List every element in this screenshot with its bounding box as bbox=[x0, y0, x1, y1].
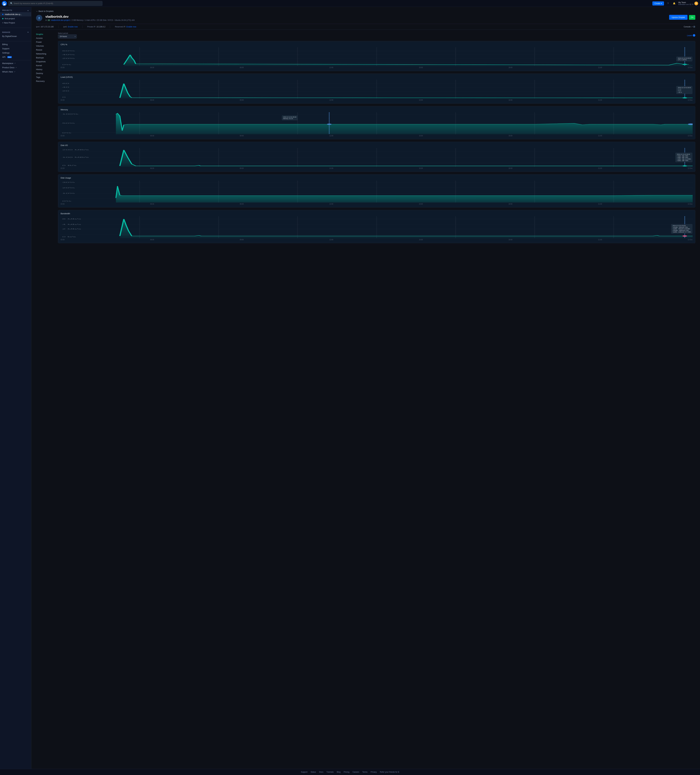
console-button[interactable]: Console ↗ ? bbox=[684, 26, 695, 28]
sidebar-item-product-docs[interactable]: Product Docs ↗ bbox=[0, 65, 31, 70]
disk-usage-time-axis: 03:0006:0009:0012:0015:0018:0021:0013 De… bbox=[61, 203, 693, 205]
svg-text:0%: 0% bbox=[62, 132, 71, 134]
svg-text:10%: 10% bbox=[62, 192, 75, 194]
content-area: ← Back to Droplets vladbortnik.dev in bbox=[31, 7, 700, 769]
svg-point-21 bbox=[682, 64, 687, 65]
nav-recovery[interactable]: Recovery bbox=[36, 79, 53, 83]
droplet-info: vladbortnik.dev in vladbortnik.dev-proje… bbox=[45, 15, 135, 21]
nav-resize[interactable]: Resize bbox=[36, 48, 53, 52]
svg-marker-70 bbox=[120, 150, 693, 167]
nav-tags[interactable]: Tags bbox=[36, 75, 53, 79]
sidebar-item-support[interactable]: Support bbox=[0, 47, 31, 51]
project-link[interactable]: vladbortnik.dev-project bbox=[51, 19, 70, 21]
logo[interactable] bbox=[2, 1, 7, 6]
marketplace-ext-icon: ↗ bbox=[14, 62, 15, 64]
period-wrapper[interactable]: 1 hour 6 hours 24 hours 7 days 30 days bbox=[58, 35, 77, 38]
projects-section: PROJECTS ▲ vladbortnik.dev-p... first-pr… bbox=[0, 7, 31, 27]
on-toggle-button[interactable]: On bbox=[689, 15, 695, 20]
svg-text:0 b/s: 0 b/s bbox=[62, 236, 76, 238]
period-label: Select period bbox=[58, 32, 77, 34]
load-chart-svg: 60 40 20 0 bbox=[61, 80, 693, 98]
sidebar-item-project-1[interactable]: vladbortnik.dev-p... bbox=[0, 12, 31, 17]
notifications-button[interactable]: 🔔 bbox=[672, 1, 677, 6]
footer-blog[interactable]: Blog bbox=[337, 771, 340, 773]
upsize-droplet-button[interactable]: Upsize Droplet bbox=[669, 15, 687, 20]
back-to-droplets-link[interactable]: ← Back to Droplets bbox=[36, 10, 695, 12]
nav-history[interactable]: History bbox=[36, 67, 53, 72]
new-project-button[interactable]: + New Project bbox=[0, 21, 31, 25]
manage-header[interactable]: MANAGE ▼ bbox=[0, 31, 31, 34]
sidebar-item-whats-new[interactable]: What's New ↗ bbox=[0, 70, 31, 74]
sidebar-item-settings[interactable]: Settings bbox=[0, 51, 31, 55]
svg-point-55 bbox=[327, 124, 332, 125]
svg-text:40: 40 bbox=[62, 86, 69, 88]
svg-text:20: 20 bbox=[62, 90, 69, 92]
help-button[interactable]: ? bbox=[666, 1, 670, 6]
nav-networking[interactable]: Networking bbox=[36, 52, 53, 56]
topbar-actions: Create ▾ ? 🔔 My Team Estimated cost: $2.… bbox=[652, 1, 698, 6]
svg-text:0 B/s: 0 B/s bbox=[62, 165, 77, 166]
footer-terms[interactable]: Terms bbox=[362, 771, 368, 773]
sidebar-item-bydo[interactable]: By DigitalOcean bbox=[0, 34, 31, 38]
nav-kernel[interactable]: Kernel bbox=[36, 63, 53, 67]
load-chart-title: Load (1/5/15) bbox=[61, 76, 693, 78]
reserved-ip-label: Reserved IP:Enable now bbox=[115, 26, 136, 28]
user-info[interactable]: My Team Estimated cost: $2.76 M bbox=[678, 2, 698, 5]
footer-status[interactable]: Status bbox=[310, 771, 316, 773]
topbar: 🔍 Create ▾ ? 🔔 My Team Estimated cost: $… bbox=[0, 0, 700, 7]
footer-support[interactable]: Support bbox=[301, 771, 307, 773]
footer-privacy[interactable]: Privacy bbox=[371, 771, 377, 773]
disk-usage-chart-card: Disk Usage bbox=[58, 175, 695, 208]
network-bar: ipv4:167.172.23.180 ipv6:Enable now Priv… bbox=[36, 24, 695, 30]
sidebar-item-marketplace[interactable]: Marketplace ↗ bbox=[0, 61, 31, 65]
nav-backups[interactable]: Backups bbox=[36, 56, 53, 60]
cpu-chart-area: 60% 40% 20% 0% bbox=[61, 47, 693, 66]
reserved-ip-enable-link[interactable]: Enable now bbox=[127, 26, 136, 28]
period-select[interactable]: 1 hour 6 hours 24 hours 7 days 30 days bbox=[58, 35, 77, 38]
footer-docs[interactable]: Docs bbox=[319, 771, 323, 773]
disk-io-chart-area: 200 MB/s 100 MB/s 0 B/s 2024-12-13 01 bbox=[61, 148, 693, 167]
sidebar-item-billing[interactable]: Billing bbox=[0, 42, 31, 47]
sidebar-item-api[interactable]: API New bbox=[0, 55, 31, 59]
learn-link[interactable]: Learn i bbox=[687, 34, 695, 37]
droplet-avatar bbox=[36, 15, 42, 21]
ipv6-enable-link[interactable]: Enable now bbox=[68, 26, 78, 28]
app: 🔍 Create ▾ ? 🔔 My Team Estimated cost: $… bbox=[0, 0, 700, 775]
nav-destroy[interactable]: Destroy bbox=[36, 72, 53, 75]
svg-text:20%: 20% bbox=[62, 187, 75, 189]
avatar: M bbox=[694, 2, 698, 5]
svg-text:200 MB/s: 200 MB/s bbox=[62, 149, 89, 151]
nav-snapshots[interactable]: Snapshots bbox=[36, 60, 53, 63]
search-bar[interactable]: 🔍 bbox=[8, 1, 102, 6]
footer-careers[interactable]: Careers bbox=[353, 771, 359, 773]
droplet-specs: 2 GB Memory / 1 Intel vCPU / 25 GB Disk … bbox=[72, 19, 135, 21]
cpu-chart-card: CPU % bbox=[58, 41, 695, 71]
search-input[interactable] bbox=[13, 2, 101, 5]
nav-graphs[interactable]: Graphs bbox=[36, 32, 53, 36]
nav-access[interactable]: Access bbox=[36, 36, 53, 40]
disk-usage-chart-title: Disk Usage bbox=[61, 177, 693, 179]
learn-info-icon: i bbox=[693, 34, 695, 37]
svg-text:40%: 40% bbox=[62, 54, 75, 56]
footer-pricing[interactable]: Pricing bbox=[343, 771, 349, 773]
sidebar-item-project-2[interactable]: first-project bbox=[0, 17, 31, 21]
svg-text:30%: 30% bbox=[62, 181, 75, 183]
period-selector-wrapper: Select period 1 hour 6 hours 24 hours 7 … bbox=[58, 32, 77, 38]
create-button[interactable]: Create ▾ bbox=[652, 2, 664, 5]
manage-section: MANAGE ▼ By DigitalOcean bbox=[0, 29, 31, 40]
nav-power[interactable]: Power bbox=[36, 40, 53, 44]
memory-chart-title: Memory bbox=[61, 108, 693, 111]
project-dot-2 bbox=[2, 18, 3, 19]
footer-tutorials[interactable]: Tutorials bbox=[327, 771, 334, 773]
memory-tooltip: 2024-12-13 01:35:00 Memory: 43.1% bbox=[282, 115, 298, 120]
svg-text:8 Mb/s: 8 Mb/s bbox=[62, 218, 81, 220]
api-new-badge: New bbox=[7, 56, 12, 58]
svg-text:100%: 100% bbox=[62, 113, 78, 115]
disk-usage-chart-svg: 30% 20% 10% 0% bbox=[61, 181, 693, 203]
projects-header[interactable]: PROJECTS ▲ bbox=[0, 9, 31, 12]
cpu-chart-svg: 60% 40% 20% 0% bbox=[61, 47, 693, 66]
footer-refer[interactable]: Refer your friends for $ bbox=[380, 771, 399, 773]
footer: Support Status Docs Tutorials Blog Prici… bbox=[0, 769, 700, 775]
nav-volumes[interactable]: Volumes bbox=[36, 44, 53, 48]
bandwidth-time-axis: 03:0006:0009:0012:0015:0018:0021:0013 De… bbox=[61, 238, 693, 241]
